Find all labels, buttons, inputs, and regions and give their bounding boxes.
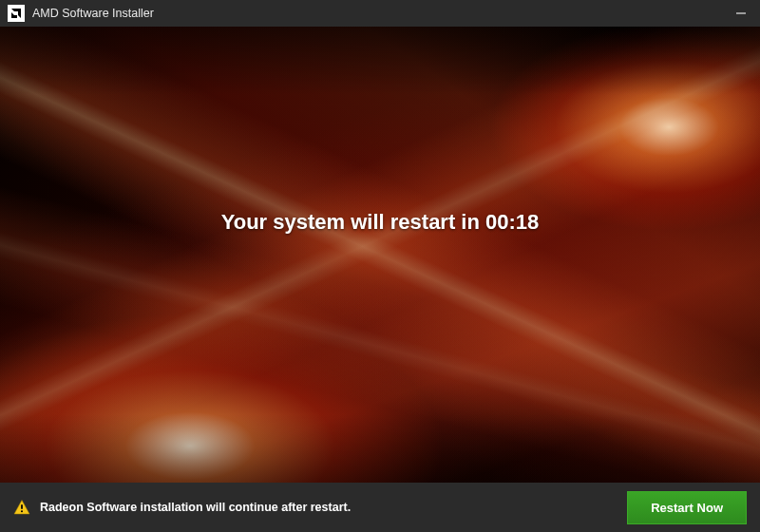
main-content: Your system will restart in 00:18 (0, 27, 760, 483)
svg-rect-0 (8, 5, 25, 22)
amd-logo-icon (8, 5, 25, 22)
footer-bar: Radeon Software installation will contin… (0, 483, 760, 532)
window-title: AMD Software Installer (32, 7, 730, 20)
svg-rect-2 (21, 504, 23, 509)
restart-countdown-message: Your system will restart in 00:18 (221, 210, 540, 235)
svg-point-3 (21, 510, 23, 512)
restart-prefix-text: Your system will restart in (221, 210, 485, 234)
restart-now-button[interactable]: Restart Now (627, 491, 747, 524)
minimize-button[interactable] (730, 0, 752, 27)
background-art (0, 27, 760, 483)
countdown-timer: 00:18 (485, 210, 539, 234)
status-message: Radeon Software installation will contin… (40, 501, 627, 514)
minimize-icon (735, 8, 747, 19)
titlebar: AMD Software Installer (0, 0, 760, 27)
warning-icon (13, 499, 30, 516)
